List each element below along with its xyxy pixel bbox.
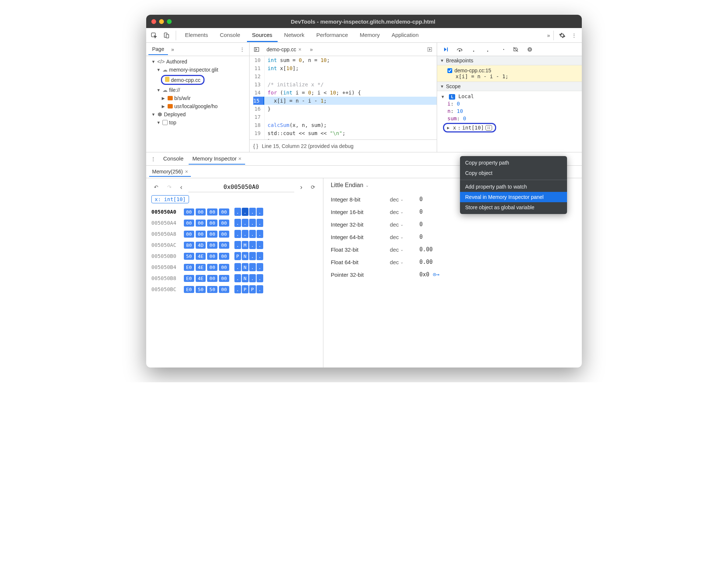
scope-header[interactable]: ▼Scope <box>437 82 582 91</box>
interp-row: Float 32-bitdec ⌄0.00 <box>331 243 574 256</box>
tree-folder-2[interactable]: ▶usr/local/google/ho <box>146 102 249 110</box>
pause-exceptions-icon[interactable] <box>525 45 535 54</box>
kebab-menu-icon[interactable]: ⋮ <box>569 31 579 40</box>
menu-add-watch[interactable]: Add property path to watch <box>460 182 567 192</box>
tree-deployed[interactable]: ▼Deployed <box>146 110 249 118</box>
code-line[interactable]: std::cout << sum << "\n"; <box>265 129 437 137</box>
drawer-mi-tab[interactable]: Memory Inspector × <box>189 153 245 165</box>
code-editor: demo-cpp.cc× » 1011121314151617181920 in… <box>250 43 437 152</box>
breakpoint-checkbox[interactable] <box>447 68 452 73</box>
tree-domain[interactable]: ▼☁memory-inspector.glit <box>146 66 249 74</box>
drawer: Copy property path Copy object Add prope… <box>146 152 582 368</box>
main-tab-bar: ElementsConsoleSourcesNetworkPerformance… <box>146 28 582 43</box>
tree-folder-1[interactable]: ▶b/s/w/ir <box>146 94 249 102</box>
code-line[interactable] <box>265 113 437 121</box>
hex-row[interactable]: 005050AC804D0000.M.. <box>151 239 318 251</box>
page-subtab[interactable]: Page <box>148 44 168 55</box>
braces-icon[interactable]: { } <box>253 143 258 149</box>
code-line[interactable]: /* initialize x */ <box>265 80 437 89</box>
menu-copy-object[interactable]: Copy object <box>460 168 567 178</box>
close-tab-icon[interactable]: × <box>298 46 301 52</box>
more-subtabs-icon[interactable]: » <box>168 45 178 54</box>
step-icon[interactable] <box>497 45 506 54</box>
resume-icon[interactable] <box>441 45 450 54</box>
scope-body: ▼ L Local i: 0n: 10sum: 0 ▶x: int[10] ⁞⁞ <box>437 91 582 135</box>
redo-icon[interactable]: ↷ <box>165 182 174 192</box>
window-title: DevTools - memory-inspector.glitch.me/de… <box>172 18 554 25</box>
undo-icon[interactable]: ↶ <box>151 182 161 192</box>
tab-network[interactable]: Network <box>279 29 310 42</box>
drawer-console-tab[interactable]: Console <box>159 153 187 165</box>
code-line[interactable]: calcSum(x, n, sum); <box>265 121 437 129</box>
tree-authored[interactable]: ▼</>Authored <box>146 58 249 66</box>
menu-copy-path[interactable]: Copy property path <box>460 158 567 168</box>
interp-row: Integer 32-bitdec ⌄0 <box>331 218 574 231</box>
code-line[interactable]: int sum = 0, n = 10; <box>265 56 437 64</box>
object-chip[interactable]: x: int[10] <box>151 195 189 203</box>
tab-memory[interactable]: Memory <box>355 29 385 42</box>
scope-var[interactable]: sum: 0 <box>440 115 579 122</box>
tab-console[interactable]: Console <box>215 29 245 42</box>
breakpoints-header[interactable]: ▼Breakpoints <box>437 56 582 65</box>
scope-var[interactable]: i: 0 <box>440 100 579 107</box>
deactivate-breakpoints-icon[interactable] <box>511 45 521 54</box>
hex-row[interactable]: 005050B8E04E0000.N.. <box>151 273 318 284</box>
svg-point-7 <box>459 50 460 51</box>
hex-row[interactable]: 005050B0504E0000PN.. <box>151 251 318 262</box>
prev-page-icon[interactable]: ‹ <box>178 183 185 191</box>
hex-row[interactable]: 005050BCE0505000.PP. <box>151 284 318 295</box>
code-line[interactable]: x[i] = n - i - 1; <box>265 97 437 105</box>
tree-file-demo[interactable]: demo-cpp.cc <box>146 74 249 86</box>
address-input[interactable] <box>188 182 294 192</box>
more-tabs-icon[interactable]: » <box>544 31 553 40</box>
close-memory-tab-icon[interactable]: × <box>185 169 188 175</box>
context-menu: Copy property path Copy object Add prope… <box>460 156 567 214</box>
tree-file-scheme[interactable]: ▼☁file:// <box>146 86 249 94</box>
tree-top[interactable]: ▼top <box>146 118 249 127</box>
step-over-icon[interactable] <box>455 45 464 54</box>
memory-tab[interactable]: Memory(256)× <box>149 167 191 177</box>
minimize-window-button[interactable] <box>159 19 164 24</box>
menu-store-global[interactable]: Store object as global variable <box>460 202 567 213</box>
tab-performance[interactable]: Performance <box>311 29 353 42</box>
run-snippet-icon[interactable] <box>425 45 435 54</box>
drawer-menu-icon[interactable]: ⋮ <box>148 154 158 164</box>
refresh-icon[interactable]: ⟳ <box>308 182 318 192</box>
settings-icon[interactable] <box>557 31 567 40</box>
menu-reveal-memory[interactable]: Reveal in Memory Inspector panel <box>460 192 567 202</box>
close-drawer-tab-icon[interactable]: × <box>238 155 241 162</box>
code-line[interactable]: } <box>265 105 437 113</box>
svg-point-8 <box>473 51 474 52</box>
memory-chip-icon[interactable]: ⁞⁞ <box>485 125 492 131</box>
hex-row[interactable]: 005050A800000000.... <box>151 228 318 239</box>
editor-status-bar: { } Line 15, Column 22 (provided via deb… <box>250 139 437 152</box>
sidebar-menu-icon[interactable]: ⋮ <box>237 45 247 54</box>
scope-x-variable[interactable]: ▶x: int[10] ⁞⁞ <box>443 123 496 132</box>
close-window-button[interactable] <box>151 19 156 24</box>
toggle-navigator-icon[interactable] <box>252 45 261 54</box>
tab-application[interactable]: Application <box>387 29 424 42</box>
hex-row[interactable]: 005050A000000000.... <box>151 206 318 217</box>
hex-row[interactable]: 005050A400000000.... <box>151 217 318 228</box>
inspect-element-icon[interactable] <box>149 31 159 40</box>
interp-row: Pointer 32-bit0x0 ⊙→ <box>331 268 574 281</box>
step-out-icon[interactable] <box>483 45 492 54</box>
svg-rect-14 <box>530 48 530 50</box>
hex-row[interactable]: 005050B4E04E0000.N.. <box>151 262 318 273</box>
tab-elements[interactable]: Elements <box>180 29 213 42</box>
maximize-window-button[interactable] <box>167 19 172 24</box>
code-line[interactable]: for (int i = 0; i < 10; ++i) { <box>265 89 437 97</box>
step-into-icon[interactable] <box>469 45 478 54</box>
scope-var[interactable]: n: 10 <box>440 107 579 115</box>
editor-tab[interactable]: demo-cpp.cc× <box>264 45 304 54</box>
code-line[interactable]: int x[10]; <box>265 64 437 72</box>
breakpoint-item[interactable]: demo-cpp.cc:15 x[i] = n - i - 1; <box>437 65 582 82</box>
svg-point-9 <box>487 51 488 52</box>
device-toggle-icon[interactable] <box>162 31 171 40</box>
tab-sources[interactable]: Sources <box>247 29 278 42</box>
next-page-icon[interactable]: › <box>298 183 305 191</box>
more-editor-tabs-icon[interactable]: » <box>306 45 316 54</box>
svg-point-10 <box>503 49 504 50</box>
svg-rect-6 <box>447 47 448 51</box>
code-line[interactable] <box>265 72 437 80</box>
